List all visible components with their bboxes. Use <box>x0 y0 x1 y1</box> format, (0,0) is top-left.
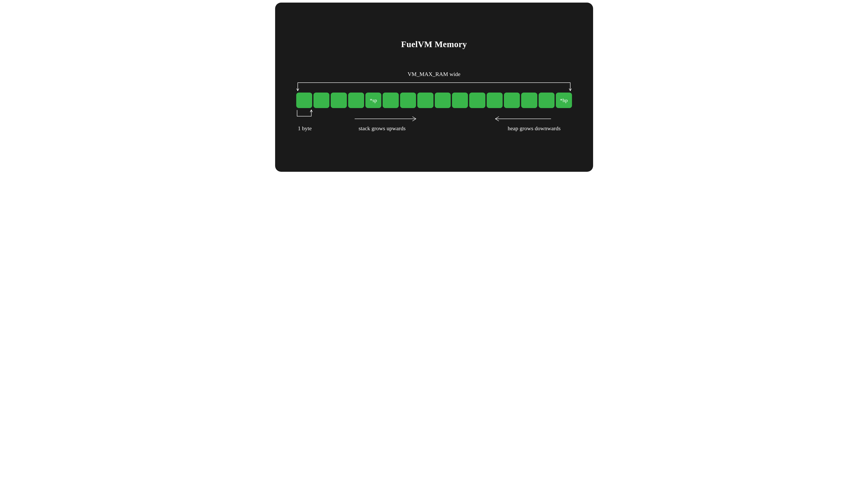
top-bracket-arrow <box>298 83 570 91</box>
memory-cell <box>538 93 555 108</box>
memory-cell <box>348 93 364 108</box>
heap-arrow-head <box>495 117 499 121</box>
memory-cell <box>417 93 433 108</box>
stack-direction-label: stack grows upwards <box>359 125 406 132</box>
memory-cell <box>521 93 537 108</box>
diagram-canvas: FuelVM Memory VM_MAX_RAM wide *sp*hp 1 b… <box>275 3 593 172</box>
memory-cell <box>331 93 347 108</box>
hp-pointer-label: *hp <box>560 98 568 103</box>
top-width-label: VM_MAX_RAM wide <box>275 71 593 77</box>
one-byte-bracket <box>297 110 311 116</box>
top-bracket-right-head <box>569 89 571 91</box>
diagram-title: FuelVM Memory <box>275 39 593 49</box>
memory-cell <box>313 93 330 108</box>
memory-cell <box>504 93 520 108</box>
memory-cell <box>296 93 312 108</box>
arrows-overlay <box>275 3 593 172</box>
heap-direction-label: heap grows downwards <box>508 125 561 132</box>
memory-cell <box>400 93 416 108</box>
one-byte-label: 1 byte <box>298 125 312 132</box>
memory-cell: *sp <box>365 93 381 108</box>
stack-arrow-head <box>412 117 416 121</box>
sp-pointer-label: *sp <box>370 98 377 103</box>
memory-cell <box>435 93 451 108</box>
one-byte-bracket-head <box>310 110 312 112</box>
memory-cell <box>487 93 503 108</box>
memory-cell <box>383 93 399 108</box>
top-bracket-left-head <box>297 89 299 91</box>
memory-cells-row: *sp*hp <box>296 93 572 108</box>
memory-cell: *hp <box>556 93 572 108</box>
memory-cell <box>469 93 485 108</box>
memory-cell <box>452 93 468 108</box>
